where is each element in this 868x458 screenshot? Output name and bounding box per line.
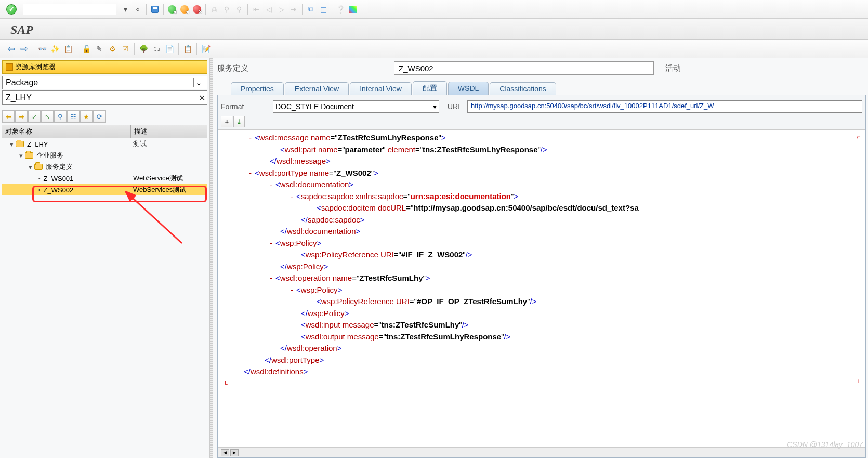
sub-toolbar: ⇦ ⇨ 👓 ✨ 📋 🔓 ✎ ⚙ ☑ 🌳 🗂 📄 📋 📝 xyxy=(0,40,868,58)
app-title: SAP xyxy=(10,23,33,37)
activate-icon[interactable]: 🔓 xyxy=(81,43,92,55)
glasses-icon[interactable]: 👓 xyxy=(36,43,48,55)
edit-icon[interactable]: ✎ xyxy=(94,43,105,55)
copy-icon[interactable]: 📋 xyxy=(62,43,74,55)
first-page-icon[interactable]: ⇤ xyxy=(251,4,262,15)
hierarchy-icon[interactable]: 🗂 xyxy=(151,43,162,55)
next-page-icon[interactable]: ▷ xyxy=(275,4,287,15)
nav-back-icon[interactable]: ⇦ xyxy=(5,43,17,55)
clipboard-icon[interactable]: 📋 xyxy=(182,43,193,55)
find-icon[interactable]: ⚲ xyxy=(221,4,232,15)
customize-icon[interactable] xyxy=(347,4,359,15)
command-input[interactable] xyxy=(23,4,116,15)
wand-icon[interactable]: ✨ xyxy=(49,43,61,55)
nav-fwd-icon[interactable]: ⇨ xyxy=(18,43,30,55)
save-button[interactable] xyxy=(149,4,161,15)
dropdown-icon[interactable]: ▾ xyxy=(120,4,131,15)
main-toolbar: ✓ ▾ « ◄ ◄ ✕ ⎙ ⚲ ⚲ ⇤ ◁ ▷ ⇥ ⧉ ▥ ❔ xyxy=(0,0,868,19)
where-used-icon[interactable]: ⚙ xyxy=(107,43,118,55)
prev-page-icon[interactable]: ◁ xyxy=(263,4,274,15)
back-button[interactable]: ◄ xyxy=(166,4,178,15)
title-bar: SAP xyxy=(0,19,868,40)
list-icon[interactable]: 📄 xyxy=(164,43,175,55)
print-icon[interactable]: ⎙ xyxy=(208,4,220,15)
ok-icon[interactable]: ✓ xyxy=(6,4,17,15)
note-icon[interactable]: 📝 xyxy=(200,43,212,55)
cancel-button[interactable]: ✕ xyxy=(191,4,203,15)
tree-icon[interactable]: 🌳 xyxy=(138,43,149,55)
check-icon[interactable]: ☑ xyxy=(120,43,131,55)
new-window-icon[interactable]: ⧉ xyxy=(305,4,317,15)
last-page-icon[interactable]: ⇥ xyxy=(288,4,299,15)
exit-button[interactable]: ◄ xyxy=(179,4,190,15)
find-next-icon[interactable]: ⚲ xyxy=(233,4,245,15)
help-icon[interactable]: ❔ xyxy=(335,4,346,15)
layout-icon[interactable]: ▥ xyxy=(318,4,329,15)
collapse-icon[interactable]: « xyxy=(132,4,143,15)
